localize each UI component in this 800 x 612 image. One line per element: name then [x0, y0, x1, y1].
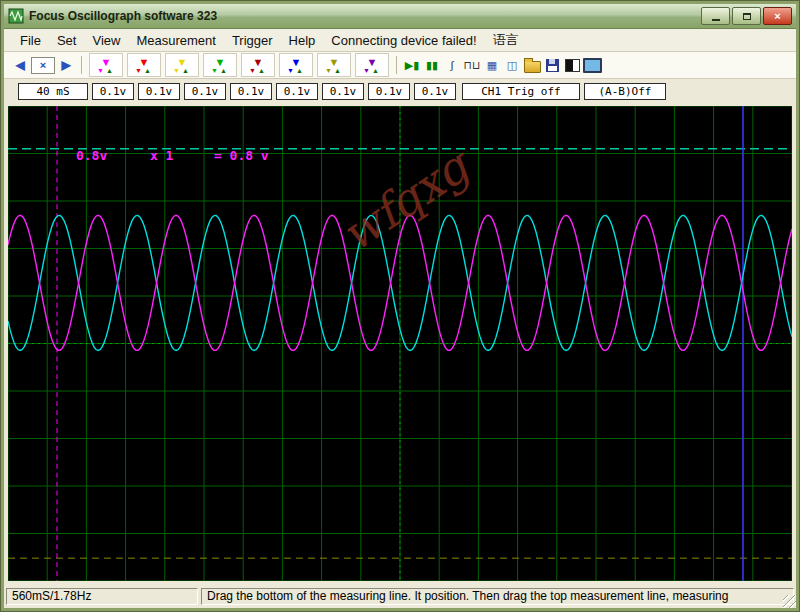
toolbar-separator	[81, 56, 82, 74]
resize-grip[interactable]	[783, 595, 796, 608]
maximize-icon	[743, 13, 751, 20]
ch7-volts-select[interactable]: 0.1v	[368, 83, 410, 100]
ch4-updown-icon: ▼▲	[211, 67, 229, 74]
ch6-shift-icon[interactable]: ▼▼▲	[279, 53, 313, 77]
scope-display[interactable]: wfqxg0.8vx 1= 0.8 v	[8, 106, 792, 581]
toolbar-separator	[396, 56, 397, 74]
save-file-icon	[546, 59, 559, 72]
maximize-button[interactable]	[732, 7, 761, 25]
ch4-volts-select[interactable]: 0.1v	[230, 83, 272, 100]
status-bar: 560mS/1.78Hz Drag the bottom of the meas…	[4, 584, 796, 608]
integral-icon[interactable]: ∫	[443, 54, 461, 76]
menu-item-set[interactable]: Set	[49, 31, 85, 50]
status-readout: 560mS/1.78Hz	[6, 588, 198, 605]
menu-item-file[interactable]: File	[12, 31, 49, 50]
menu-item-measurement[interactable]: Measurement	[128, 31, 223, 50]
ch1-volts-select[interactable]: 0.1v	[92, 83, 134, 100]
ch3-triangle-icon: ▼	[177, 57, 188, 67]
ch3-updown-icon: ▼▲	[173, 67, 191, 74]
scope-area: wfqxg0.8vx 1= 0.8 v	[4, 103, 796, 584]
caption-buttons: ×	[701, 7, 792, 25]
run-icon[interactable]: ▶▮	[403, 54, 421, 76]
ab-mode-status[interactable]: (A-B)Off	[584, 83, 666, 100]
ch8-triangle-icon: ▼	[367, 57, 378, 67]
ch5-triangle-icon: ▼	[253, 57, 264, 67]
ch4-shift-icon[interactable]: ▼▼▲	[203, 53, 237, 77]
save-file-icon[interactable]	[543, 54, 561, 76]
clear-x-icon[interactable]: ×	[31, 57, 55, 74]
ch8-shift-icon[interactable]: ▼▼▲	[355, 53, 389, 77]
next-arrow-icon[interactable]: ▶	[57, 54, 75, 76]
window-title: Focus Oscillograph software 323	[29, 9, 701, 23]
ch8-volts-select[interactable]: 0.1v	[414, 83, 456, 100]
ch5-volts-select[interactable]: 0.1v	[276, 83, 318, 100]
prev-arrow-icon[interactable]: ◀	[11, 54, 29, 76]
ch5-updown-icon: ▼▲	[249, 67, 267, 74]
ch4-triangle-icon: ▼	[215, 57, 226, 67]
menu-item-trigger[interactable]: Trigger	[224, 31, 281, 50]
ch6-updown-icon: ▼▲	[287, 67, 305, 74]
ch1-triangle-icon: ▼	[101, 57, 112, 67]
contrast-icon[interactable]	[563, 54, 581, 76]
ch7-updown-icon: ▼▲	[325, 67, 343, 74]
ch6-volts-select[interactable]: 0.1v	[322, 83, 364, 100]
toolbar: ◀×▶▼▼▲▼▼▲▼▼▲▼▼▲▼▼▲▼▼▲▼▼▲▼▼▲▶▮▮▮∫⊓⊔▦◫	[4, 52, 796, 79]
pause-icon[interactable]: ▮▮	[423, 54, 441, 76]
measure-readout-text: 0.8vx 1= 0.8 v	[76, 148, 269, 163]
minimize-button[interactable]	[701, 7, 730, 25]
menu-bar: FileSetViewMeasurementTriggerHelpConnect…	[4, 29, 796, 52]
minimize-icon	[712, 19, 720, 21]
app-window: Focus Oscillograph software 323 × FileSe…	[0, 0, 800, 612]
contrast-icon	[565, 59, 580, 72]
app-icon	[8, 8, 24, 24]
open-file-icon[interactable]	[523, 54, 541, 76]
title-bar[interactable]: Focus Oscillograph software 323 ×	[4, 4, 796, 29]
timebase-select[interactable]: 40 mS	[18, 83, 88, 100]
ch6-triangle-icon: ▼	[291, 57, 302, 67]
ch3-volts-select[interactable]: 0.1v	[184, 83, 226, 100]
window-grid-icon[interactable]: ▦	[483, 54, 501, 76]
window-split-icon[interactable]: ◫	[503, 54, 521, 76]
trigger-status[interactable]: CH1 Trig off	[462, 83, 580, 100]
ch2-triangle-icon: ▼	[139, 57, 150, 67]
ch1-updown-icon: ▼▲	[97, 67, 115, 74]
close-button[interactable]: ×	[763, 7, 792, 25]
ch7-triangle-icon: ▼	[329, 57, 340, 67]
ch7-shift-icon[interactable]: ▼▼▲	[317, 53, 351, 77]
square-wave-icon[interactable]: ⊓⊔	[463, 54, 481, 76]
menu-item-help[interactable]: Help	[281, 31, 324, 50]
ch3-shift-icon[interactable]: ▼▼▲	[165, 53, 199, 77]
ch2-volts-select[interactable]: 0.1v	[138, 83, 180, 100]
ch1-shift-icon[interactable]: ▼▼▲	[89, 53, 123, 77]
ch5-shift-icon[interactable]: ▼▼▲	[241, 53, 275, 77]
menu-item-语言[interactable]: 语言	[485, 29, 527, 51]
display-icon[interactable]	[583, 54, 602, 76]
ch2-updown-icon: ▼▲	[135, 67, 153, 74]
control-row: 40 mS0.1v0.1v0.1v0.1v0.1v0.1v0.1v0.1vCH1…	[4, 79, 796, 103]
status-message: Drag the bottom of the measuring line. I…	[201, 588, 794, 605]
display-icon	[583, 58, 602, 73]
ch2-shift-icon[interactable]: ▼▼▲	[127, 53, 161, 77]
menu-item-connecting-device-failed[interactable]: Connecting device failed!	[323, 31, 484, 50]
open-file-icon	[524, 61, 541, 73]
ch8-updown-icon: ▼▲	[363, 67, 381, 74]
menu-item-view[interactable]: View	[84, 31, 128, 50]
